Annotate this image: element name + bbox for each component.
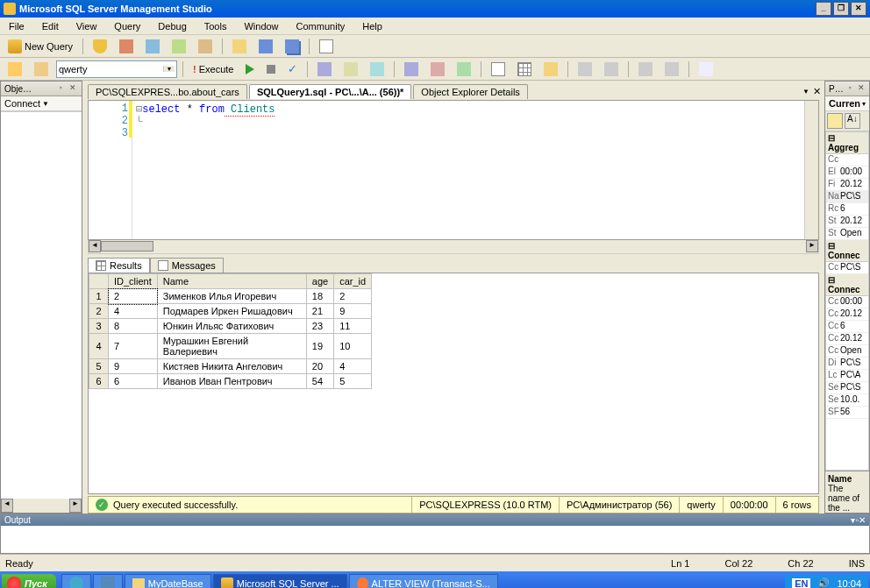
database-combo[interactable]: qwerty ▼ (56, 60, 177, 78)
clock[interactable]: 10:04 (837, 578, 861, 588)
connect-button[interactable]: Connect (4, 98, 40, 109)
folder-icon (132, 578, 145, 588)
results-to-text-button[interactable] (487, 60, 510, 78)
scroll-left-icon[interactable]: ◄ (89, 240, 101, 252)
panel-close-icon[interactable]: ✕ (856, 83, 866, 94)
indent-button[interactable] (634, 60, 657, 78)
monitor-icon (319, 39, 333, 53)
tray-icon[interactable]: 🔊 (817, 577, 830, 588)
change-connection-button[interactable] (4, 60, 26, 78)
menu-window[interactable]: Window (240, 19, 282, 33)
results-tab[interactable]: Results (88, 258, 150, 273)
tab-overflow-icon[interactable]: ▼ (802, 88, 809, 96)
tab-object-details[interactable]: Object Explorer Details (413, 84, 528, 99)
panel-pin-icon[interactable]: ▫ (55, 83, 66, 94)
results-to-file-button[interactable] (539, 60, 562, 78)
chevron-down-icon[interactable]: ▼ (42, 100, 49, 108)
status-ln: Ln 1 (671, 558, 689, 569)
col-car[interactable]: car_id (334, 274, 372, 289)
col-id[interactable]: ID_client (109, 274, 158, 289)
outdent-button[interactable] (660, 60, 683, 78)
mdx-query-button[interactable] (141, 38, 164, 55)
activity-monitor-button[interactable] (315, 38, 338, 55)
uncomment-button[interactable] (600, 60, 623, 78)
cancel-button[interactable] (262, 60, 280, 78)
close-button[interactable]: ✕ (851, 2, 866, 16)
categorized-icon[interactable] (827, 113, 843, 129)
alphabetical-icon[interactable]: A↓ (845, 113, 860, 129)
xmla-icon (198, 39, 212, 53)
task-mydatabase[interactable]: MyDateBase (125, 574, 211, 588)
stats-icon (431, 62, 445, 76)
analysis-query-button[interactable] (115, 38, 138, 55)
sql-textarea[interactable]: ⊟select * from Clients └ (132, 101, 804, 239)
debug-button[interactable] (241, 60, 259, 78)
status-ready: Ready (5, 558, 33, 569)
available-databases-button[interactable] (30, 60, 53, 78)
output-content[interactable] (1, 526, 869, 549)
save-all-button[interactable] (281, 38, 303, 55)
tab-sqlquery1[interactable]: SQLQuery1.sql - PC\...\А... (56))* (249, 84, 411, 99)
windows-taskbar: Пуск MyDateBase Microsoft SQL Server ...… (0, 571, 870, 588)
display-plan-button[interactable] (313, 60, 336, 78)
intellisense-button[interactable] (366, 60, 389, 78)
results-tab-label: Results (110, 260, 142, 271)
quicklaunch-desktop[interactable] (93, 574, 123, 588)
chevron-down-icon[interactable]: ▾ (862, 100, 866, 108)
restore-button[interactable]: ❐ (833, 2, 849, 16)
sqlcmd-button[interactable] (453, 60, 475, 78)
comment-button[interactable] (574, 60, 596, 78)
properties-grid[interactable]: ⊟ Aggreg Cc El00:00 Fi20.12 NaPC\S Rc6 S… (825, 131, 869, 471)
execute-button[interactable]: ! Execute (189, 60, 238, 78)
scroll-left-icon[interactable]: ◄ (1, 499, 13, 513)
dmx-query-button[interactable] (168, 38, 190, 55)
query-options-button[interactable] (339, 60, 362, 78)
menubar: File Edit View Query Debug Tools Window … (0, 18, 870, 35)
panel-close-icon[interactable]: ✕ (68, 83, 78, 94)
object-explorer-tree[interactable] (1, 111, 82, 499)
document-tabs: PC\SQLEXPRES...bo.about_cars SQLQuery1.s… (82, 81, 824, 100)
menu-debug[interactable]: Debug (154, 19, 189, 33)
results-grid[interactable]: ID_client Name age car_id 12Зименков Иль… (89, 273, 372, 389)
panel-pin-icon[interactable]: ▫ (845, 83, 855, 94)
messages-tab[interactable]: Messages (150, 258, 224, 273)
panel-close-icon[interactable]: ✕ (859, 515, 866, 525)
new-query-button[interactable]: New Query (4, 38, 77, 55)
col-age[interactable]: age (306, 274, 333, 289)
task-firefox[interactable]: ALTER VIEW (Transact-S... (349, 574, 498, 588)
menu-file[interactable]: File (5, 19, 28, 33)
save-button[interactable] (254, 38, 277, 55)
scroll-thumb[interactable] (101, 241, 153, 251)
tab-about-cars[interactable]: PC\SQLEXPRES...bo.about_cars (88, 84, 247, 99)
results-to-grid-button[interactable] (513, 60, 536, 78)
include-plan-button[interactable] (400, 60, 423, 78)
col-name[interactable]: Name (157, 274, 306, 289)
menu-tools[interactable]: Tools (201, 19, 231, 33)
editor-hscrollbar[interactable]: ◄ ► (88, 240, 819, 254)
include-stats-button[interactable] (426, 60, 449, 78)
menu-view[interactable]: View (73, 19, 101, 33)
specify-values-button[interactable] (695, 60, 717, 78)
change-marker (129, 101, 132, 138)
minimize-button[interactable]: _ (816, 2, 831, 16)
open-file-button[interactable] (228, 38, 251, 55)
menu-edit[interactable]: Edit (39, 19, 62, 33)
xmla-query-button[interactable] (194, 38, 217, 55)
values-icon (699, 62, 713, 76)
start-button[interactable]: Пуск (2, 574, 56, 588)
menu-community[interactable]: Community (293, 19, 349, 33)
language-indicator[interactable]: EN (792, 578, 810, 588)
editor-vscrollbar[interactable] (804, 101, 818, 239)
status-user: PC\Администратор (56) (559, 497, 679, 513)
db-engine-query-button[interactable] (89, 38, 111, 55)
menu-help[interactable]: Help (359, 19, 386, 33)
scroll-right-icon[interactable]: ► (806, 240, 818, 252)
quicklaunch-ie[interactable] (61, 574, 91, 588)
scroll-right-icon[interactable]: ► (69, 499, 82, 513)
text-icon (491, 62, 505, 76)
system-tray[interactable]: EN 🔊 10:04 (785, 575, 868, 588)
task-ssms[interactable]: Microsoft SQL Server ... (213, 574, 347, 588)
tab-close-icon[interactable]: ✕ (813, 86, 821, 97)
parse-button[interactable]: ✓ (283, 60, 302, 78)
menu-query[interactable]: Query (111, 19, 144, 33)
